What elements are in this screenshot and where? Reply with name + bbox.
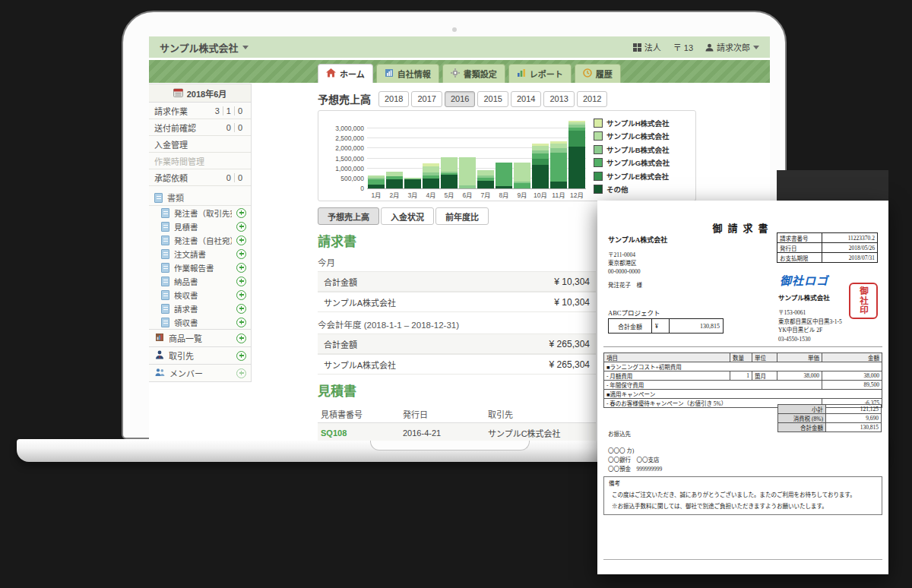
sidebar-item-請求作業[interactable]: 請求作業310 [149, 103, 251, 119]
chart-bar-8月[interactable] [496, 119, 512, 188]
add-icon[interactable] [236, 290, 246, 300]
chart-segment [368, 185, 385, 188]
year-button-2014[interactable]: 2014 [511, 91, 541, 107]
toggle-前年度比[interactable]: 前年度比 [435, 207, 489, 225]
chart-xtick-label: 5月 [440, 190, 458, 199]
legend-item: サンプルE株式会社 [594, 169, 670, 183]
add-icon[interactable] [236, 263, 246, 273]
add-icon[interactable] [236, 249, 246, 259]
sidebar-item-見積書[interactable]: 見積書 [149, 220, 251, 233]
year-button-2018[interactable]: 2018 [378, 91, 409, 107]
chart-ytick-label: 0 [360, 185, 364, 192]
chart-bar-11月[interactable] [550, 119, 567, 188]
toggle-入金状況[interactable]: 入金状況 [381, 207, 434, 225]
sidebar-item-取引先[interactable]: 取引先 [149, 346, 251, 364]
chart-segment [496, 186, 512, 188]
tab-自社情報[interactable]: 自社情報 [376, 64, 439, 83]
sidebar-item-label: 商品一覧 [169, 332, 232, 344]
year-button-2017[interactable]: 2017 [411, 91, 442, 107]
tab-ホーム[interactable]: ホーム [318, 64, 373, 83]
add-icon[interactable] [236, 334, 246, 343]
chart-bar-7月[interactable] [477, 119, 494, 188]
row-label: サンプルA株式会社 [324, 296, 396, 308]
chart-xtick-label: 10月 [531, 190, 549, 199]
add-icon[interactable] [236, 368, 246, 378]
item-unit-cell: 箇月 [752, 371, 777, 381]
add-icon[interactable] [236, 318, 246, 327]
items-column-header: 数量 [730, 353, 752, 362]
user-menu[interactable]: 請求次郎 [705, 41, 759, 53]
bank-line: 〇〇銀行 〇〇支店 [608, 456, 662, 465]
company-selector[interactable]: サンプル株式会社 [160, 40, 249, 55]
legend-item: サンプルG株式会社 [594, 156, 670, 170]
add-icon[interactable] [236, 236, 246, 245]
quote-number-link[interactable]: SQ108 [318, 428, 403, 438]
sidebar-item-領収書[interactable]: 領収書 [149, 315, 251, 329]
sidebar-item-label: 送付前確認 [154, 122, 196, 134]
chart-bar-5月[interactable] [441, 119, 458, 188]
chart-bar-9月[interactable] [514, 119, 530, 188]
chart-bar-10月[interactable] [532, 119, 549, 188]
issuer-address2: YK中目黒ビル 2F [778, 326, 842, 335]
sidebar-item-請求書[interactable]: 請求書 [149, 302, 251, 315]
sidebar-item-検収書[interactable]: 検収書 [149, 288, 251, 302]
add-icon[interactable] [236, 351, 246, 361]
toggle-予想売上高[interactable]: 予想売上高 [318, 207, 379, 225]
sidebar-item-作業報告書[interactable]: 作業報告書 [149, 261, 251, 274]
products-icon [155, 333, 164, 343]
sidebar-item-承認依頼[interactable]: 承認依頼00 [149, 169, 251, 186]
document-icon [161, 318, 169, 327]
quote-number[interactable]: SQ108 [321, 428, 347, 438]
postal-indicator[interactable]: 〒 13 [673, 41, 693, 53]
sidebar-item-label: 請求書 [174, 303, 232, 315]
add-icon[interactable] [236, 277, 246, 286]
quote-row: SQ1082016-4-21サンプルC株式会社 [318, 423, 596, 441]
company-logo: 御社ロゴ [780, 272, 828, 288]
chart-ytick-label: 2,500,000 [335, 134, 364, 142]
sidebar-item-発注書（自社宛）[interactable]: 発注書（自社宛） [149, 233, 251, 247]
tab-履歴[interactable]: 履歴 [575, 64, 621, 83]
row-amount: ¥ 10,304 [554, 277, 590, 287]
sidebar-item-メンバー[interactable]: メンバー [149, 364, 251, 381]
tab-レポート[interactable]: レポート [508, 64, 572, 83]
add-icon[interactable] [236, 208, 246, 218]
chart-bar-3月[interactable] [404, 119, 421, 188]
count-badge: 0 [223, 123, 234, 132]
year-button-2013[interactable]: 2013 [543, 91, 574, 107]
sidebar-item-商品一覧[interactable]: 商品一覧 [149, 329, 251, 346]
chevron-down-icon [753, 46, 759, 49]
chart-bar-6月[interactable] [459, 119, 476, 188]
chart-bar-2月[interactable] [386, 119, 403, 188]
document-icon [154, 193, 163, 203]
year-button-2012[interactable]: 2012 [577, 91, 607, 107]
add-icon[interactable] [236, 222, 246, 232]
item-price-cell: 38,000 [777, 371, 822, 381]
chart-bar-4月[interactable] [423, 119, 439, 188]
sidebar-item-注文請書[interactable]: 注文請書 [149, 247, 251, 261]
chart-bar-1月[interactable] [368, 119, 385, 188]
invoice-customer-block: サンプルA株式会社 〒211-0004 東京都港区 00-0000-0000 発… [608, 236, 667, 290]
calendar-icon [173, 88, 183, 99]
summary-value: 9,690 [826, 414, 882, 423]
sidebar-item-納品書[interactable]: 納品書 [149, 274, 251, 288]
chart-bar-12月[interactable] [568, 119, 585, 188]
count-badge: 0 [234, 123, 245, 132]
sidebar-item-発注書（取引先宛）[interactable]: 発注書（取引先宛） [149, 206, 251, 220]
tab-書類設定[interactable]: 書類設定 [442, 64, 505, 83]
gear-icon [451, 68, 460, 79]
sidebar-month-header[interactable]: 2018年6月 [149, 84, 251, 103]
chart-segment [441, 175, 458, 188]
report-icon [517, 68, 526, 79]
corporate-switch[interactable]: 法人 [633, 41, 661, 53]
client-icon [155, 350, 164, 361]
legend-label: サンプルC株式会社 [606, 131, 670, 141]
year-button-2015[interactable]: 2015 [477, 91, 508, 107]
sidebar-item-送付前確認[interactable]: 送付前確認00 [149, 119, 251, 136]
item-name-cell: - 月額費用 [604, 371, 730, 381]
year-button-2016[interactable]: 2016 [445, 91, 475, 107]
legend-swatch [594, 145, 603, 154]
add-icon[interactable] [236, 304, 246, 314]
user-icon [705, 43, 714, 52]
legend-label: サンプルH株式会社 [606, 118, 670, 128]
sidebar-item-入金管理[interactable]: 入金管理 [149, 136, 251, 153]
